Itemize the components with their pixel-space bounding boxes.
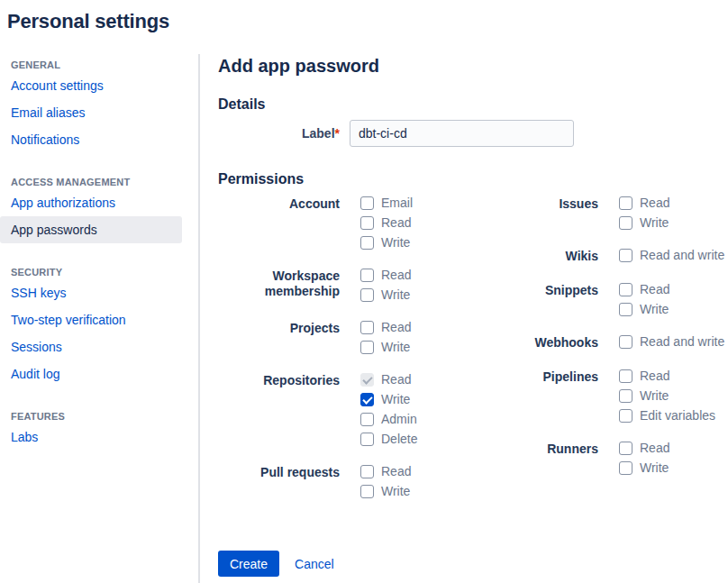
permission-group-label: Account: [218, 196, 350, 250]
checkbox-row-snippets-read[interactable]: Read: [619, 283, 669, 296]
checkbox-row-account-write[interactable]: Write: [360, 236, 413, 250]
permission-group-account: AccountEmailReadWrite: [218, 196, 505, 250]
checkbox-box-icon: [360, 216, 374, 230]
checkbox-row-runners-read[interactable]: Read: [619, 442, 669, 455]
sidebar-section-access-management: ACCESS MANAGEMENTApp authorizationsApp p…: [0, 175, 182, 243]
permission-group-pull-requests: Pull requestsReadWrite: [218, 465, 505, 498]
cancel-link[interactable]: Cancel: [295, 557, 334, 571]
checkbox-row-account-read[interactable]: Read: [360, 216, 413, 230]
checkbox-row-projects-write[interactable]: Write: [360, 341, 411, 354]
checkbox-box-icon: [360, 341, 374, 354]
permission-group-label: Repositories: [218, 373, 350, 446]
checkbox-label: Write: [381, 485, 410, 498]
sidebar-item-app-authorizations[interactable]: App authorizations: [0, 189, 182, 216]
sidebar-nav: GENERALAccount settingsEmail aliasesNoti…: [0, 54, 200, 583]
checkbox-box-icon: [619, 196, 632, 210]
label-field-label-text: Label: [302, 126, 335, 141]
checkbox-box-icon: [360, 465, 374, 478]
permission-group-items: EmailReadWrite: [360, 196, 413, 250]
checkbox-row-webhooks-read-and-write[interactable]: Read and write: [619, 335, 724, 349]
checkbox-row-account-email[interactable]: Email: [360, 196, 413, 210]
permission-group-items: ReadWrite: [360, 465, 411, 498]
checkbox-label: Read: [381, 465, 411, 478]
checkbox-label: Write: [640, 389, 669, 403]
checkbox-box-icon: [619, 249, 632, 262]
permission-group-issues: IssuesReadWrite: [505, 196, 728, 230]
sidebar-item-audit-log[interactable]: Audit log: [0, 360, 182, 387]
sidebar-item-labs[interactable]: Labs: [0, 424, 182, 451]
permission-group-runners: RunnersReadWrite: [505, 442, 728, 475]
sidebar-item-app-passwords[interactable]: App passwords: [0, 216, 182, 243]
checkbox-row-repositories-write[interactable]: Write: [360, 393, 417, 406]
checkbox-box-icon: [619, 461, 632, 475]
sidebar-item-sessions[interactable]: Sessions: [0, 333, 182, 360]
details-heading: Details: [218, 96, 728, 114]
checkbox-label: Read: [381, 373, 411, 387]
create-button[interactable]: Create: [218, 551, 279, 577]
checkbox-label: Read: [381, 321, 411, 334]
checkbox-box-icon: [360, 433, 374, 446]
sidebar-item-account-settings[interactable]: Account settings: [0, 72, 182, 99]
checkbox-row-issues-write[interactable]: Write: [619, 216, 669, 230]
checkbox-row-repositories-delete[interactable]: Delete: [360, 433, 417, 446]
checkbox-label: Read and write: [640, 249, 724, 262]
checkbox-row-repositories-admin[interactable]: Admin: [360, 413, 417, 426]
checkbox-row-snippets-write[interactable]: Write: [619, 303, 669, 316]
checkbox-label: Write: [640, 303, 669, 316]
checkbox-label: Delete: [381, 433, 417, 446]
sidebar-section-features: FEATURESLabs: [0, 409, 182, 451]
checkbox-box-icon: [360, 321, 374, 334]
checkbox-box-icon: [619, 335, 632, 349]
permission-group-webhooks: WebhooksRead and write: [505, 335, 728, 351]
sidebar-item-notifications[interactable]: Notifications: [0, 126, 182, 153]
checkbox-box-icon: [619, 442, 632, 455]
layout: GENERALAccount settingsEmail aliasesNoti…: [0, 54, 728, 583]
sidebar-section-general: GENERALAccount settingsEmail aliasesNoti…: [0, 58, 182, 153]
checkbox-row-workspace-membership-write[interactable]: Write: [360, 288, 411, 302]
permissions-heading: Permissions: [218, 170, 728, 188]
sidebar-section-heading: SECURITY: [0, 265, 182, 279]
checkbox-row-pipelines-edit-variables[interactable]: Edit variables: [619, 409, 715, 423]
checkbox-row-pipelines-read[interactable]: Read: [619, 369, 715, 383]
checkbox-label: Email: [381, 196, 413, 210]
checkbox-box-icon: [619, 409, 632, 423]
checkbox-label: Write: [381, 236, 410, 250]
checkbox-row-runners-write[interactable]: Write: [619, 461, 669, 475]
sidebar-item-ssh-keys[interactable]: SSH keys: [0, 279, 182, 306]
sidebar-section-heading: FEATURES: [0, 409, 182, 424]
checkbox-label: Write: [381, 288, 410, 302]
checkbox-row-repositories-read[interactable]: Read: [360, 373, 417, 387]
checkbox-row-pull-requests-read[interactable]: Read: [360, 465, 411, 478]
checkbox-label: Read: [381, 216, 411, 230]
permission-group-items: ReadWrite: [619, 442, 669, 475]
checkbox-row-pipelines-write[interactable]: Write: [619, 389, 715, 403]
sidebar-item-two-step-verification[interactable]: Two-step verification: [0, 306, 182, 333]
permission-group-label: Wikis: [505, 249, 608, 264]
checkbox-label: Read: [640, 442, 669, 455]
checkbox-label: Read: [640, 283, 669, 296]
sidebar-item-email-aliases[interactable]: Email aliases: [0, 99, 182, 126]
checkbox-box-icon: [619, 369, 632, 383]
label-field-row: Label*: [218, 120, 728, 147]
form-actions: Create Cancel: [218, 551, 728, 577]
checkbox-box-icon: [619, 216, 632, 230]
permission-group-label: Snippets: [505, 283, 608, 316]
checkbox-box-icon: [360, 288, 374, 302]
checkbox-row-pull-requests-write[interactable]: Write: [360, 485, 411, 498]
label-input[interactable]: [350, 120, 574, 147]
checkbox-row-issues-read[interactable]: Read: [619, 196, 669, 210]
permission-group-wikis: WikisRead and write: [505, 249, 728, 264]
sidebar-section-heading: ACCESS MANAGEMENT: [0, 175, 182, 189]
checkbox-label: Read and write: [640, 335, 724, 349]
permission-group-items: ReadWrite: [360, 269, 411, 302]
permissions-columns: AccountEmailReadWriteWorkspace membershi…: [218, 196, 728, 517]
checkbox-row-workspace-membership-read[interactable]: Read: [360, 269, 411, 282]
checkbox-row-projects-read[interactable]: Read: [360, 321, 411, 334]
permission-group-snippets: SnippetsReadWrite: [505, 283, 728, 316]
checkbox-box-icon: [360, 393, 374, 406]
checkbox-box-icon: [619, 283, 632, 296]
permission-group-items: ReadWrite: [360, 321, 411, 354]
permission-group-projects: ProjectsReadWrite: [218, 321, 505, 354]
permission-group-items: ReadWriteEdit variables: [619, 369, 715, 423]
checkbox-row-wikis-read-and-write[interactable]: Read and write: [619, 249, 724, 262]
